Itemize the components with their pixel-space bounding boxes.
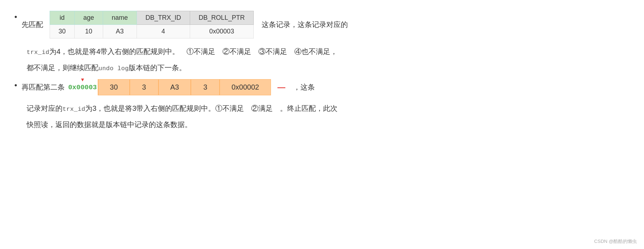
undo-log-mono: undo log	[98, 65, 129, 72]
chain-row: 0x00003 30 3 A3 3 0x00002	[68, 79, 271, 95]
cell-roll-ptr: 0x00003	[190, 25, 253, 39]
para4-text: 快照读，返回的数据就是版本链中记录的这条数据。	[27, 121, 192, 128]
cell-trx-id: 4	[137, 25, 190, 39]
section-2: • 再匹配第二条 0x00003 30 3 A3 3 0x00002 — ，这条	[14, 79, 630, 95]
bullet2-trailing: ，这条	[293, 82, 315, 92]
col-id: id	[50, 11, 74, 25]
chain-ptr-value: 0x00003	[68, 83, 97, 91]
chain-cell-1: 3	[130, 79, 158, 95]
cell-age: 10	[74, 25, 103, 39]
table-header-row: id age name DB_TRX_ID DB_ROLL_PTR	[50, 11, 253, 25]
table-data-row: 30 10 A3 4 0x00003	[50, 25, 253, 39]
para-4: 快照读，返回的数据就是版本链中记录的这条数据。	[27, 118, 630, 131]
para3-text: 记录对应的trx_id为3，也就是将3带入右侧的匹配规则中。①不满足 ②满足 。…	[27, 104, 338, 112]
chain-cell-3: 3	[191, 79, 220, 95]
para1-text: trx_id为4，也就是将4带入右侧的匹配规则中。 ①不满足 ②不满足 ③不满足…	[27, 47, 338, 55]
para-3: 记录对应的trx_id为3，也就是将3带入右侧的匹配规则中。①不满足 ②满足 。…	[27, 102, 630, 115]
db-table-1: id age name DB_TRX_ID DB_ROLL_PTR 30 10 …	[50, 11, 254, 39]
bullet-icon-1: •	[14, 13, 17, 21]
para2-text: 都不满足，则继续匹配undo log版本链的下一条。	[27, 64, 186, 72]
bullet-content-1: 先匹配 id age name DB_TRX_ID DB_ROLL_PTR 30…	[22, 11, 348, 39]
trx-id-mono: trx_id	[27, 49, 49, 56]
col-name: name	[103, 11, 137, 25]
section-1: • 先匹配 id age name DB_TRX_ID DB_ROLL_PTR …	[14, 11, 630, 39]
chain-cell-0: 30	[98, 79, 130, 95]
chain-cell-2: A3	[158, 79, 191, 95]
bullet-row-1: • 先匹配 id age name DB_TRX_ID DB_ROLL_PTR …	[14, 11, 630, 39]
cell-id: 30	[50, 25, 74, 39]
col-db-roll-ptr: DB_ROLL_PTR	[190, 11, 253, 25]
bullet2-wrapper: 再匹配第二条 0x00003 30 3 A3 3 0x00002 — ，这条	[22, 79, 315, 95]
cell-name: A3	[103, 25, 137, 39]
bullet1-trailing: 这条记录，这条记录对应的	[262, 20, 348, 30]
bullet-row-2: • 再匹配第二条 0x00003 30 3 A3 3 0x00002 — ，这条	[14, 79, 630, 95]
bullet1-label: 先匹配	[22, 20, 43, 30]
col-db-trx-id: DB_TRX_ID	[137, 11, 190, 25]
para-2: 都不满足，则继续匹配undo log版本链的下一条。	[27, 61, 630, 74]
para-1: trx_id为4，也就是将4带入右侧的匹配规则中。 ①不满足 ②不满足 ③不满足…	[27, 45, 630, 58]
bullet-icon-2: •	[14, 81, 17, 89]
chain-cell-4: 0x00002	[220, 79, 271, 95]
chain-dash-icon: —	[277, 83, 285, 92]
bullet2-label: 再匹配第二条	[22, 82, 65, 92]
col-age: age	[74, 11, 103, 25]
watermark: CSDN @酷酷的懒虫	[594, 238, 637, 245]
trx-id-mono-2: trx_id	[63, 106, 85, 113]
